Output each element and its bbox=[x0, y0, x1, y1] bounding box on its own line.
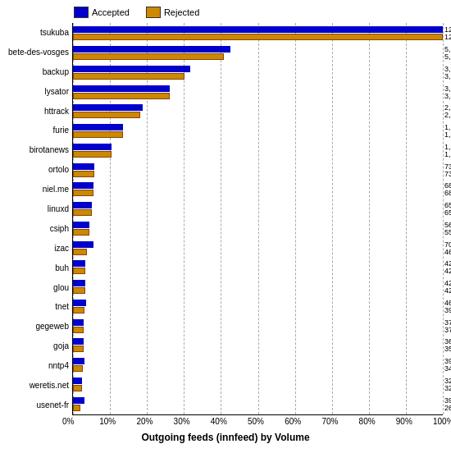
chart-container: Accepted Rejected tsukubabete-des-vosges… bbox=[0, 0, 451, 476]
rejected-value-label: 687,692 bbox=[444, 189, 451, 197]
rejected-bar bbox=[73, 73, 184, 80]
accepted-bar bbox=[73, 319, 84, 326]
bar-row: 12,614,18012,614,180 bbox=[73, 26, 443, 40]
rejected-bar-line: 422,536 bbox=[73, 287, 443, 294]
accepted-bar bbox=[73, 338, 84, 345]
rejected-bar-line: 687,692 bbox=[73, 190, 443, 196]
rejected-bar bbox=[73, 34, 443, 40]
rejected-bar bbox=[73, 112, 140, 118]
accepted-bar bbox=[73, 144, 112, 150]
rejected-value-label: 1,307,959 bbox=[444, 150, 451, 158]
accepted-bar-line: 374,323 bbox=[73, 319, 443, 326]
rejected-bar bbox=[73, 190, 93, 196]
accepted-bar bbox=[73, 222, 89, 228]
rejected-bar-line: 5,132,872 bbox=[73, 53, 443, 60]
accepted-bar-line: 688,987 bbox=[73, 182, 443, 189]
rejected-value-label: 398,579 bbox=[444, 306, 451, 314]
accepted-bar-line: 1,307,959 bbox=[73, 144, 443, 150]
y-label: weretis.net bbox=[8, 382, 69, 390]
y-label: usenet-fr bbox=[8, 401, 69, 410]
rejected-value-label: 3,298,510 bbox=[444, 92, 451, 100]
accepted-bar-line: 398,536 bbox=[73, 358, 443, 364]
accepted-bar-line: 12,614,180 bbox=[73, 26, 443, 33]
rejected-bar bbox=[73, 171, 94, 177]
legend-accepted-label: Accepted bbox=[92, 7, 130, 17]
rejected-value-label: 370,579 bbox=[444, 326, 451, 334]
rejected-value-label: 3,800,107 bbox=[444, 72, 451, 80]
legend-accepted: Accepted bbox=[74, 7, 130, 18]
rejected-bar bbox=[73, 151, 112, 158]
accepted-bar-line: 705,755 bbox=[73, 241, 443, 248]
bar-row: 320,322320,322 bbox=[73, 378, 443, 391]
x-axis-title: Outgoing feeds (innfeed) by Volume bbox=[8, 432, 443, 443]
rejected-bar bbox=[73, 405, 80, 411]
accepted-bar-line: 1,718,735 bbox=[73, 124, 443, 130]
accepted-bar bbox=[73, 241, 93, 248]
y-label: nntp4 bbox=[8, 362, 69, 370]
bar-rows: 12,614,18012,614,1805,381,3245,132,8723,… bbox=[73, 23, 443, 414]
x-axis-label: 60% bbox=[285, 417, 301, 426]
bars-and-grid: 12,614,18012,614,1805,381,3245,132,8723,… bbox=[72, 23, 443, 415]
accepted-bar-line: 460,824 bbox=[73, 300, 443, 306]
rejected-bar-line: 656,318 bbox=[73, 209, 443, 216]
rejected-value-label: 260,030 bbox=[444, 404, 451, 412]
x-axis-label: 20% bbox=[136, 417, 153, 426]
accepted-bar-line: 737,494 bbox=[73, 163, 443, 170]
rejected-bar bbox=[73, 53, 224, 60]
accepted-bar bbox=[73, 378, 82, 384]
bar-row: 656,318656,318 bbox=[73, 202, 443, 216]
y-label: ortolo bbox=[8, 166, 69, 174]
y-label: httrack bbox=[8, 108, 69, 116]
y-label: birotanews bbox=[8, 146, 69, 154]
accepted-bar bbox=[73, 397, 84, 404]
rejected-bar-line: 2,301,026 bbox=[73, 112, 443, 118]
accepted-bar bbox=[73, 182, 93, 189]
rejected-bar-line: 12,614,180 bbox=[73, 34, 443, 40]
accepted-bar bbox=[73, 260, 85, 267]
bar-row: 3,305,5293,298,510 bbox=[73, 85, 443, 99]
rejected-bar-line: 3,298,510 bbox=[73, 93, 443, 99]
rejected-bar-line: 370,579 bbox=[73, 327, 443, 333]
rejected-bar-line: 1,707,221 bbox=[73, 131, 443, 138]
rejected-bar bbox=[73, 385, 82, 391]
y-label: backup bbox=[8, 68, 69, 76]
rejected-bar-line: 355,844 bbox=[73, 346, 443, 352]
rejected-value-label: 320,322 bbox=[444, 384, 451, 392]
bar-row: 2,379,2692,301,026 bbox=[73, 104, 443, 118]
rejected-value-label: 737,194 bbox=[444, 170, 451, 178]
rejected-bar-line: 463,379 bbox=[73, 249, 443, 255]
accepted-bar-line: 3,995,328 bbox=[73, 66, 443, 72]
bar-row: 390,309260,030 bbox=[73, 397, 443, 411]
rejected-bar-line: 348,308 bbox=[73, 365, 443, 372]
bar-row: 398,536348,308 bbox=[73, 358, 443, 372]
rejected-value-label: 422,536 bbox=[444, 286, 451, 295]
x-axis-label: 50% bbox=[248, 417, 264, 426]
accepted-bar-line: 320,322 bbox=[73, 378, 443, 384]
rejected-bar bbox=[73, 249, 87, 255]
rejected-bar bbox=[73, 268, 85, 274]
rejected-bar-line: 3,800,107 bbox=[73, 73, 443, 80]
y-label: tnet bbox=[8, 303, 69, 311]
rejected-bar bbox=[73, 287, 85, 294]
rejected-bar-line: 260,030 bbox=[73, 405, 443, 411]
y-labels: tsukubabete-des-vosgesbackuplysatorhttra… bbox=[8, 23, 72, 415]
rejected-bar-line: 1,307,959 bbox=[73, 151, 443, 158]
rejected-bar-line: 737,194 bbox=[73, 171, 443, 177]
rejected-value-label: 348,308 bbox=[444, 364, 451, 373]
rejected-value-label: 2,301,026 bbox=[444, 111, 451, 119]
bar-row: 737,494737,194 bbox=[73, 163, 443, 177]
rejected-bar bbox=[73, 346, 84, 352]
x-axis-labels: 0%10%20%30%40%50%60%70%80%90%100% bbox=[8, 417, 443, 428]
accepted-bar bbox=[73, 66, 190, 72]
bar-row: 688,987687,692 bbox=[73, 182, 443, 196]
rejected-value-label: 656,318 bbox=[444, 208, 451, 217]
rejected-bar bbox=[73, 327, 84, 333]
rejected-bar-line: 427,071 bbox=[73, 268, 443, 274]
y-label: glou bbox=[8, 284, 69, 292]
bar-row: 361,739355,844 bbox=[73, 338, 443, 352]
y-label: lysator bbox=[8, 88, 69, 96]
accepted-bar-line: 390,309 bbox=[73, 397, 443, 404]
y-label: csiph bbox=[8, 225, 69, 233]
x-axis-label: 10% bbox=[99, 417, 116, 426]
bar-row: 422,536422,536 bbox=[73, 280, 443, 294]
